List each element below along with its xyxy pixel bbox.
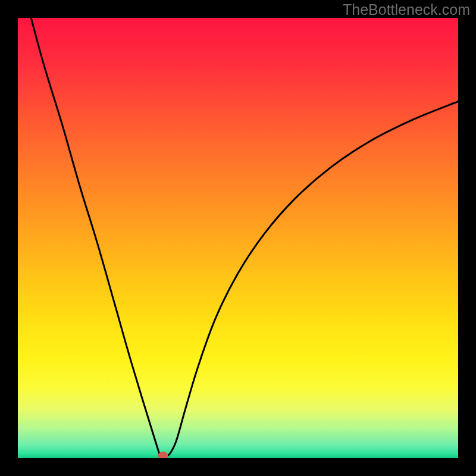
chart-frame: TheBottleneck.com (0, 0, 476, 476)
optimal-point-marker (158, 452, 168, 458)
bottleneck-curve (31, 18, 458, 457)
watermark-text: TheBottleneck.com (343, 1, 470, 18)
curve-svg (18, 18, 458, 458)
plot-area (18, 18, 458, 458)
